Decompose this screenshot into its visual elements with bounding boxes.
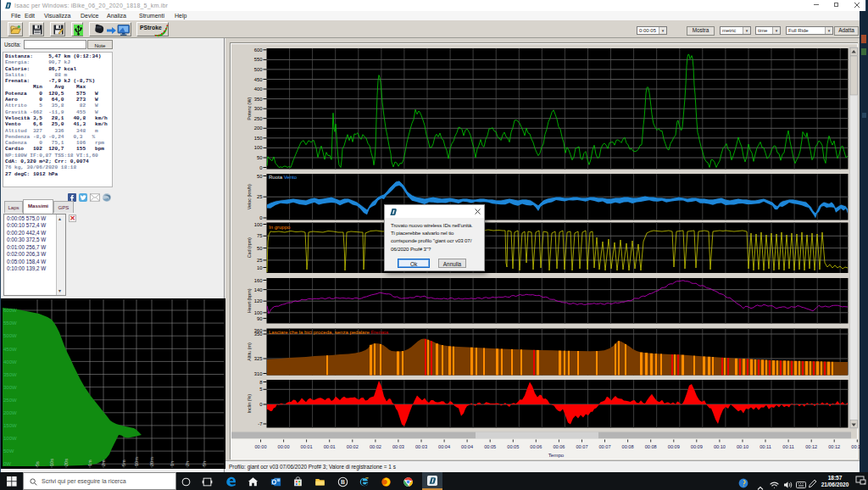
svg-text:8: 8 (259, 380, 262, 385)
svg-text:00:06: 00:06 (530, 444, 542, 449)
svg-text:1m: 1m (87, 459, 92, 466)
svg-text:325: 325 (254, 356, 263, 361)
svg-text:600W: 600W (3, 308, 17, 313)
svg-text:150: 150 (254, 136, 263, 141)
svg-text:400W: 400W (3, 359, 17, 365)
svg-text:00:03: 00:03 (392, 444, 404, 449)
svg-text:0: 0 (259, 165, 262, 170)
svg-text:10: 10 (257, 265, 262, 270)
svg-text:00:07: 00:07 (599, 444, 611, 449)
svg-text:00:01: 00:01 (324, 444, 336, 449)
svg-text:In gruppo: In gruppo (269, 225, 291, 230)
svg-text:350W: 350W (3, 372, 17, 377)
svg-text:0: 0 (259, 402, 262, 407)
svg-text:00:12: 00:12 (828, 444, 840, 449)
svg-text:-7: -7 (258, 421, 262, 426)
svg-text:25: 25 (257, 258, 262, 263)
svg-text:Inclin (%): Inclin (%) (247, 394, 252, 414)
svg-text:600: 600 (254, 47, 263, 53)
svg-text:00:00: 00:00 (255, 444, 267, 449)
svg-text:Lasciare che la bici proceda,: Lasciare che la bici proceda, senza peda… (269, 330, 389, 335)
svg-text:500W: 500W (3, 333, 17, 338)
svg-text:100: 100 (254, 145, 263, 150)
svg-text:5h: 5h (202, 461, 207, 466)
svg-text:10m: 10m (134, 457, 139, 466)
svg-text:0: 0 (259, 215, 262, 220)
svg-text:00:12: 00:12 (805, 444, 817, 449)
svg-text:00:05: 00:05 (507, 444, 519, 449)
svg-text:100W: 100W (3, 436, 17, 441)
svg-text:550: 550 (254, 57, 263, 62)
svg-text:250: 250 (254, 116, 263, 121)
svg-text:550W: 550W (3, 320, 17, 326)
svg-text:400: 400 (254, 86, 263, 92)
svg-text:00:09: 00:09 (668, 444, 680, 449)
svg-text:5m: 5m (121, 459, 126, 466)
svg-text:310: 310 (254, 371, 263, 376)
svg-text:00:08: 00:08 (622, 444, 634, 449)
svg-text:00:08: 00:08 (645, 444, 657, 449)
svg-text:75: 75 (257, 233, 262, 238)
svg-text:300W: 300W (3, 385, 17, 390)
svg-text:5s: 5s (35, 461, 40, 466)
svg-text:00:10: 00:10 (714, 444, 726, 449)
svg-text:150W: 150W (3, 423, 17, 428)
svg-text:350: 350 (254, 331, 263, 337)
svg-text:00:02: 00:02 (347, 444, 359, 449)
svg-text:50: 50 (257, 155, 262, 160)
svg-text:00:01: 00:01 (301, 444, 313, 449)
svg-text:00:10: 00:10 (737, 444, 748, 449)
svg-text:00:07: 00:07 (576, 444, 588, 449)
svg-text:00:05: 00:05 (484, 444, 496, 449)
svg-text:00:00: 00:00 (278, 444, 290, 449)
svg-text:Altitu (m): Altitu (m) (247, 342, 252, 361)
svg-text:Tempo: Tempo (548, 452, 565, 458)
svg-text:100: 100 (254, 310, 263, 315)
svg-text:Potenz (W): Potenz (W) (247, 97, 252, 120)
svg-text:450W: 450W (3, 347, 17, 352)
svg-text:2m: 2m (101, 459, 106, 466)
svg-text:160: 160 (254, 278, 263, 283)
svg-text:500: 500 (254, 67, 263, 72)
svg-text:50: 50 (257, 246, 262, 251)
svg-text:450: 450 (254, 77, 263, 82)
svg-text:Ruota Vento: Ruota Vento (269, 175, 298, 180)
svg-text:00:04: 00:04 (461, 444, 473, 449)
svg-text:Cad (rpm): Cad (rpm) (247, 237, 252, 258)
svg-text:2h: 2h (185, 461, 190, 466)
svg-text:250W: 250W (3, 398, 17, 403)
svg-text:20s: 20s (64, 459, 69, 466)
svg-text:100: 100 (254, 222, 263, 227)
svg-text:00:03: 00:03 (415, 444, 427, 449)
svg-text:25: 25 (257, 194, 262, 199)
svg-text:00:11: 00:11 (760, 444, 771, 449)
svg-text:140: 140 (254, 287, 263, 292)
svg-text:Veloc (km/h): Veloc (km/h) (247, 184, 252, 209)
svg-text:00:02: 00:02 (370, 444, 381, 449)
svg-text:90: 90 (257, 316, 262, 321)
svg-text:B: B (341, 479, 345, 485)
svg-text:00:11: 00:11 (782, 444, 794, 449)
svg-text:120: 120 (254, 298, 263, 303)
svg-text:00:06: 00:06 (553, 444, 565, 449)
svg-text:00:09: 00:09 (691, 444, 703, 449)
svg-text:200W: 200W (3, 410, 17, 415)
svg-text:1h: 1h (170, 461, 175, 466)
svg-text:300: 300 (254, 106, 263, 111)
svg-text:350: 350 (254, 97, 263, 102)
svg-text:Heart (bpm): Heart (bpm) (247, 288, 252, 313)
svg-text:10s: 10s (49, 459, 54, 466)
svg-text:5: 5 (259, 387, 262, 392)
svg-text:00:04: 00:04 (438, 444, 450, 449)
svg-text:50W: 50W (3, 448, 14, 454)
svg-text:50: 50 (257, 174, 262, 179)
svg-text:200: 200 (254, 125, 263, 131)
svg-text:0W: 0W (3, 461, 11, 466)
svg-text:20m: 20m (149, 457, 154, 466)
